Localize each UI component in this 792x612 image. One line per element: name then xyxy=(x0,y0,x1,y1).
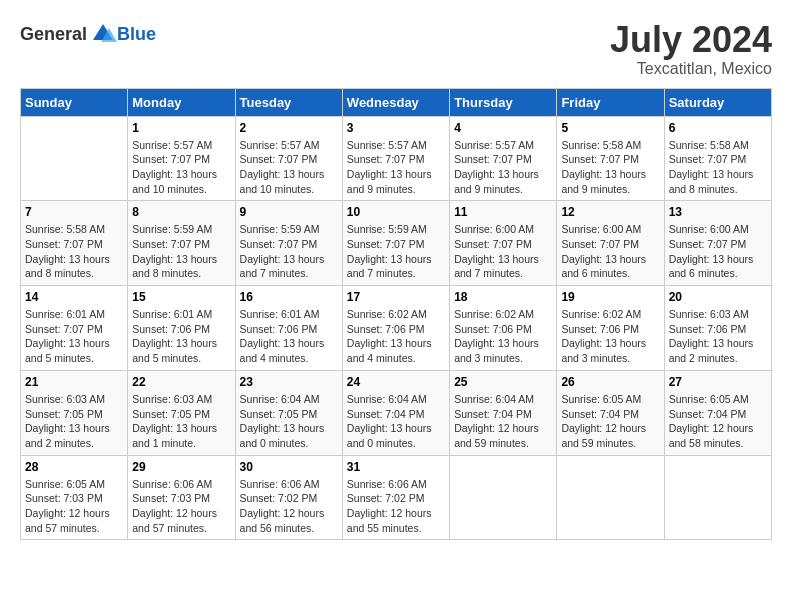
day-info: Sunrise: 6:05 AM Sunset: 7:04 PM Dayligh… xyxy=(669,392,767,451)
day-number: 15 xyxy=(132,290,230,304)
calendar-cell: 20Sunrise: 6:03 AM Sunset: 7:06 PM Dayli… xyxy=(664,286,771,371)
day-number: 27 xyxy=(669,375,767,389)
day-info: Sunrise: 5:57 AM Sunset: 7:07 PM Dayligh… xyxy=(454,138,552,197)
day-info: Sunrise: 6:02 AM Sunset: 7:06 PM Dayligh… xyxy=(454,307,552,366)
day-info: Sunrise: 6:01 AM Sunset: 7:06 PM Dayligh… xyxy=(240,307,338,366)
column-header-saturday: Saturday xyxy=(664,88,771,116)
day-number: 21 xyxy=(25,375,123,389)
day-info: Sunrise: 6:01 AM Sunset: 7:07 PM Dayligh… xyxy=(25,307,123,366)
location-subtitle: Texcatitlan, Mexico xyxy=(610,60,772,78)
calendar-cell: 17Sunrise: 6:02 AM Sunset: 7:06 PM Dayli… xyxy=(342,286,449,371)
day-info: Sunrise: 5:57 AM Sunset: 7:07 PM Dayligh… xyxy=(347,138,445,197)
calendar-cell: 27Sunrise: 6:05 AM Sunset: 7:04 PM Dayli… xyxy=(664,370,771,455)
day-number: 12 xyxy=(561,205,659,219)
day-number: 13 xyxy=(669,205,767,219)
page-header: General Blue July 2024 Texcatitlan, Mexi… xyxy=(20,20,772,78)
calendar-cell xyxy=(450,455,557,540)
day-info: Sunrise: 6:03 AM Sunset: 7:06 PM Dayligh… xyxy=(669,307,767,366)
calendar-week-row: 28Sunrise: 6:05 AM Sunset: 7:03 PM Dayli… xyxy=(21,455,772,540)
day-info: Sunrise: 5:58 AM Sunset: 7:07 PM Dayligh… xyxy=(25,222,123,281)
calendar-cell: 15Sunrise: 6:01 AM Sunset: 7:06 PM Dayli… xyxy=(128,286,235,371)
day-info: Sunrise: 5:58 AM Sunset: 7:07 PM Dayligh… xyxy=(669,138,767,197)
calendar-week-row: 1Sunrise: 5:57 AM Sunset: 7:07 PM Daylig… xyxy=(21,116,772,201)
day-number: 8 xyxy=(132,205,230,219)
calendar-cell: 13Sunrise: 6:00 AM Sunset: 7:07 PM Dayli… xyxy=(664,201,771,286)
day-info: Sunrise: 6:04 AM Sunset: 7:04 PM Dayligh… xyxy=(347,392,445,451)
calendar-table: SundayMondayTuesdayWednesdayThursdayFrid… xyxy=(20,88,772,541)
calendar-cell: 4Sunrise: 5:57 AM Sunset: 7:07 PM Daylig… xyxy=(450,116,557,201)
day-info: Sunrise: 5:57 AM Sunset: 7:07 PM Dayligh… xyxy=(240,138,338,197)
day-info: Sunrise: 6:03 AM Sunset: 7:05 PM Dayligh… xyxy=(132,392,230,451)
day-info: Sunrise: 5:59 AM Sunset: 7:07 PM Dayligh… xyxy=(347,222,445,281)
day-info: Sunrise: 5:59 AM Sunset: 7:07 PM Dayligh… xyxy=(240,222,338,281)
column-header-tuesday: Tuesday xyxy=(235,88,342,116)
day-number: 26 xyxy=(561,375,659,389)
day-number: 2 xyxy=(240,121,338,135)
calendar-cell: 31Sunrise: 6:06 AM Sunset: 7:02 PM Dayli… xyxy=(342,455,449,540)
day-number: 11 xyxy=(454,205,552,219)
day-number: 17 xyxy=(347,290,445,304)
calendar-cell: 25Sunrise: 6:04 AM Sunset: 7:04 PM Dayli… xyxy=(450,370,557,455)
logo-text-general: General xyxy=(20,24,87,45)
day-number: 5 xyxy=(561,121,659,135)
day-info: Sunrise: 6:06 AM Sunset: 7:02 PM Dayligh… xyxy=(347,477,445,536)
calendar-cell: 6Sunrise: 5:58 AM Sunset: 7:07 PM Daylig… xyxy=(664,116,771,201)
day-info: Sunrise: 5:58 AM Sunset: 7:07 PM Dayligh… xyxy=(561,138,659,197)
calendar-cell: 9Sunrise: 5:59 AM Sunset: 7:07 PM Daylig… xyxy=(235,201,342,286)
day-number: 25 xyxy=(454,375,552,389)
column-header-thursday: Thursday xyxy=(450,88,557,116)
calendar-cell: 24Sunrise: 6:04 AM Sunset: 7:04 PM Dayli… xyxy=(342,370,449,455)
calendar-cell xyxy=(557,455,664,540)
calendar-cell xyxy=(21,116,128,201)
column-header-friday: Friday xyxy=(557,88,664,116)
day-info: Sunrise: 6:05 AM Sunset: 7:04 PM Dayligh… xyxy=(561,392,659,451)
calendar-cell xyxy=(664,455,771,540)
day-info: Sunrise: 6:02 AM Sunset: 7:06 PM Dayligh… xyxy=(561,307,659,366)
calendar-cell: 14Sunrise: 6:01 AM Sunset: 7:07 PM Dayli… xyxy=(21,286,128,371)
day-number: 6 xyxy=(669,121,767,135)
day-number: 10 xyxy=(347,205,445,219)
calendar-week-row: 14Sunrise: 6:01 AM Sunset: 7:07 PM Dayli… xyxy=(21,286,772,371)
day-number: 9 xyxy=(240,205,338,219)
day-number: 24 xyxy=(347,375,445,389)
logo-text-blue: Blue xyxy=(117,24,156,45)
calendar-cell: 10Sunrise: 5:59 AM Sunset: 7:07 PM Dayli… xyxy=(342,201,449,286)
calendar-cell: 1Sunrise: 5:57 AM Sunset: 7:07 PM Daylig… xyxy=(128,116,235,201)
day-number: 22 xyxy=(132,375,230,389)
day-number: 4 xyxy=(454,121,552,135)
day-number: 18 xyxy=(454,290,552,304)
column-header-wednesday: Wednesday xyxy=(342,88,449,116)
day-number: 30 xyxy=(240,460,338,474)
calendar-cell: 7Sunrise: 5:58 AM Sunset: 7:07 PM Daylig… xyxy=(21,201,128,286)
day-number: 16 xyxy=(240,290,338,304)
day-info: Sunrise: 6:00 AM Sunset: 7:07 PM Dayligh… xyxy=(454,222,552,281)
day-info: Sunrise: 6:06 AM Sunset: 7:02 PM Dayligh… xyxy=(240,477,338,536)
calendar-header-row: SundayMondayTuesdayWednesdayThursdayFrid… xyxy=(21,88,772,116)
calendar-cell: 28Sunrise: 6:05 AM Sunset: 7:03 PM Dayli… xyxy=(21,455,128,540)
calendar-cell: 16Sunrise: 6:01 AM Sunset: 7:06 PM Dayli… xyxy=(235,286,342,371)
calendar-cell: 8Sunrise: 5:59 AM Sunset: 7:07 PM Daylig… xyxy=(128,201,235,286)
day-info: Sunrise: 5:59 AM Sunset: 7:07 PM Dayligh… xyxy=(132,222,230,281)
calendar-cell: 18Sunrise: 6:02 AM Sunset: 7:06 PM Dayli… xyxy=(450,286,557,371)
calendar-cell: 26Sunrise: 6:05 AM Sunset: 7:04 PM Dayli… xyxy=(557,370,664,455)
calendar-cell: 30Sunrise: 6:06 AM Sunset: 7:02 PM Dayli… xyxy=(235,455,342,540)
day-number: 28 xyxy=(25,460,123,474)
column-header-sunday: Sunday xyxy=(21,88,128,116)
day-info: Sunrise: 6:04 AM Sunset: 7:05 PM Dayligh… xyxy=(240,392,338,451)
day-number: 14 xyxy=(25,290,123,304)
day-number: 7 xyxy=(25,205,123,219)
day-info: Sunrise: 6:06 AM Sunset: 7:03 PM Dayligh… xyxy=(132,477,230,536)
day-info: Sunrise: 6:03 AM Sunset: 7:05 PM Dayligh… xyxy=(25,392,123,451)
calendar-week-row: 21Sunrise: 6:03 AM Sunset: 7:05 PM Dayli… xyxy=(21,370,772,455)
day-number: 23 xyxy=(240,375,338,389)
title-block: July 2024 Texcatitlan, Mexico xyxy=(610,20,772,78)
calendar-cell: 11Sunrise: 6:00 AM Sunset: 7:07 PM Dayli… xyxy=(450,201,557,286)
day-info: Sunrise: 5:57 AM Sunset: 7:07 PM Dayligh… xyxy=(132,138,230,197)
day-info: Sunrise: 6:05 AM Sunset: 7:03 PM Dayligh… xyxy=(25,477,123,536)
day-number: 19 xyxy=(561,290,659,304)
day-info: Sunrise: 6:04 AM Sunset: 7:04 PM Dayligh… xyxy=(454,392,552,451)
logo: General Blue xyxy=(20,20,156,48)
calendar-cell: 12Sunrise: 6:00 AM Sunset: 7:07 PM Dayli… xyxy=(557,201,664,286)
month-year-title: July 2024 xyxy=(610,20,772,60)
day-info: Sunrise: 6:02 AM Sunset: 7:06 PM Dayligh… xyxy=(347,307,445,366)
